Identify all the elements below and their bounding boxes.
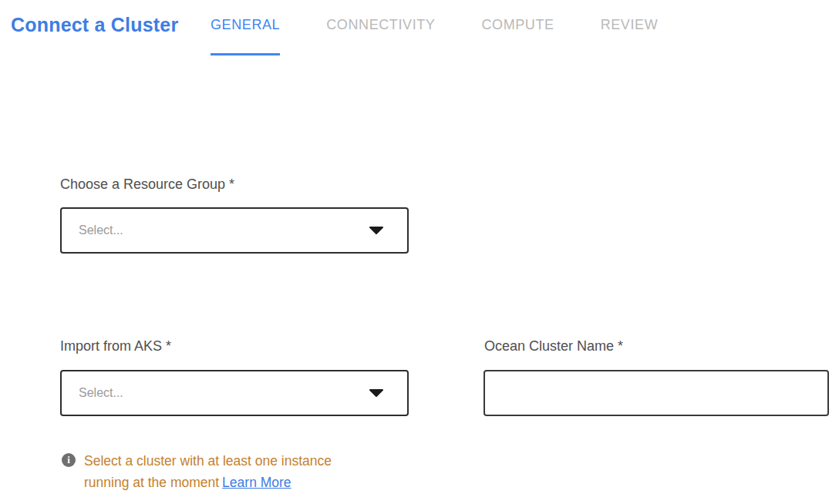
chevron-down-icon <box>369 389 384 397</box>
wizard-tabs: GENERAL CONNECTIVITY COMPUTE REVIEW <box>211 17 658 55</box>
tab-compute[interactable]: COMPUTE <box>481 17 554 53</box>
connect-cluster-wizard: Connect a Cluster GENERAL CONNECTIVITY C… <box>0 0 839 504</box>
chevron-down-icon <box>369 227 384 234</box>
cluster-name-input[interactable] <box>484 370 829 416</box>
page-title: Connect a Cluster <box>11 14 178 36</box>
tab-general[interactable]: GENERAL <box>211 17 280 55</box>
note-text: Select a cluster with at least one insta… <box>84 450 371 493</box>
cluster-instance-note: i Select a cluster with at least one ins… <box>62 450 371 493</box>
resource-group-select[interactable]: Select... <box>60 207 409 254</box>
resource-group-placeholder: Select... <box>79 223 369 237</box>
tab-review[interactable]: REVIEW <box>601 17 659 53</box>
resource-group-label: Choose a Resource Group * <box>60 176 234 193</box>
tab-connectivity[interactable]: CONNECTIVITY <box>326 17 435 53</box>
info-icon: i <box>62 453 76 467</box>
import-aks-select[interactable]: Select... <box>60 370 409 416</box>
import-aks-placeholder: Select... <box>79 386 369 400</box>
import-aks-label: Import from AKS * <box>60 338 171 354</box>
learn-more-link[interactable]: Learn More <box>222 475 291 490</box>
note-message: Select a cluster with at least one insta… <box>84 453 332 490</box>
cluster-name-label: Ocean Cluster Name * <box>484 338 623 354</box>
